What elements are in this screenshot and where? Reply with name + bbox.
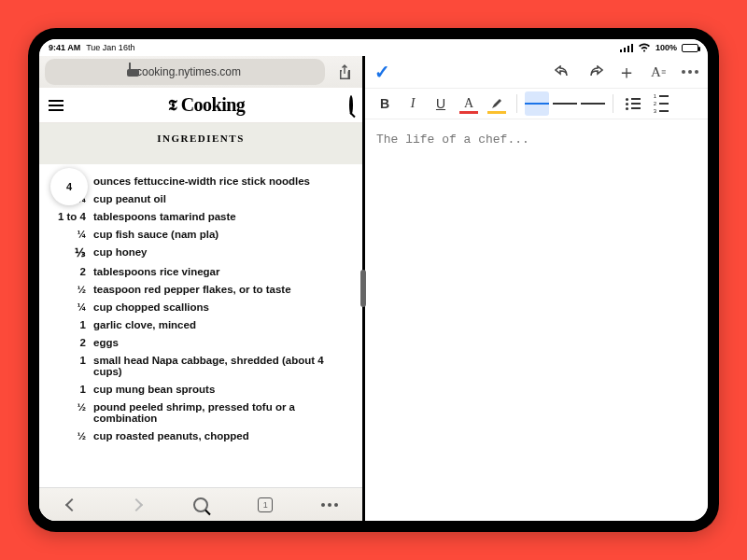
ingredient-qty: ½ (49, 401, 86, 424)
ingredient-text: ounces fettuccine-width rice stick noodl… (93, 175, 353, 187)
ingredient-row[interactable]: 1small head Napa cabbage, shredded (abou… (49, 351, 353, 380)
ingredient-qty: 1 (49, 384, 86, 395)
align-left-button[interactable] (525, 91, 549, 116)
svg-rect-0 (620, 49, 622, 52)
back-button[interactable] (59, 492, 85, 518)
ipad-screen: 9:41 AM Tue Jan 16th 100% (39, 39, 708, 521)
ingredient-text: teaspoon red pepper flakes, or to taste (93, 284, 353, 295)
ingredient-qty: 2 (49, 337, 86, 348)
lock-icon (129, 65, 131, 78)
underline-button[interactable]: U (429, 91, 453, 116)
ingredient-text: cup roasted peanuts, chopped (93, 430, 353, 441)
ingredient-text: cup chopped scallions (93, 301, 353, 313)
bullet-list-button[interactable] (621, 91, 645, 116)
site-search-button[interactable] (349, 97, 353, 114)
editor-document-body[interactable]: The life of a chef... (365, 119, 708, 521)
numbered-list-button[interactable]: 123 (649, 91, 673, 116)
ingredient-text: pound peeled shrimp, pressed tofu or a c… (93, 401, 353, 424)
ingredient-qty: ½ (49, 284, 86, 295)
highlight-color-button[interactable] (485, 91, 509, 116)
signal-icon (620, 44, 633, 52)
wifi-icon (638, 43, 651, 52)
bottom-search-button[interactable] (188, 492, 214, 518)
ingredient-text: cup fish sauce (nam pla) (93, 229, 353, 240)
ingredient-qty: 1 (49, 355, 86, 377)
ingredient-text: cup mung bean sprouts (93, 384, 353, 395)
ingredient-row[interactable]: ¼cup fish sauce (nam pla) (49, 225, 353, 243)
nyt-t-icon: 𝕿 (168, 97, 177, 114)
done-checkmark[interactable]: ✓ (374, 61, 390, 83)
scroll-fade (39, 469, 362, 487)
toolbar-separator (516, 94, 517, 113)
ingredient-qty: ¼ (49, 229, 86, 240)
ingredient-text: tablespoons tamarind paste (93, 211, 353, 222)
split-view-divider[interactable] (362, 56, 365, 521)
hamburger-menu[interactable] (49, 100, 63, 111)
safari-url-bar[interactable]: cooking.nytimes.com (45, 59, 325, 85)
text-style-button[interactable]: A≡ (650, 63, 667, 80)
ingredient-qty: 1 to 4 (49, 211, 86, 222)
ingredient-text: cup honey (93, 246, 353, 259)
italic-button[interactable]: I (401, 91, 425, 116)
ingredient-text: eggs (93, 337, 353, 348)
ingredient-row[interactable]: 1garlic clove, minced (49, 315, 353, 333)
undo-button[interactable] (555, 63, 571, 80)
ingredients-heading: INGREDIENTS (39, 123, 362, 164)
toolbar-separator (613, 94, 613, 113)
ingredient-row[interactable]: ⅓cup honey (49, 243, 353, 262)
align-right-button[interactable] (581, 91, 605, 116)
ingredient-row[interactable]: 4ounces fettuccine-width rice stick nood… (49, 172, 353, 189)
text-color-button[interactable]: A (457, 91, 481, 116)
safari-bottom-toolbar: 1 (39, 487, 362, 521)
status-date: Tue Jan 16th (86, 43, 134, 52)
search-icon (349, 95, 353, 115)
ingredient-row[interactable]: ½pound peeled shrimp, pressed tofu or a … (49, 398, 353, 427)
ingredient-text: small head Napa cabbage, shredded (about… (93, 355, 353, 377)
ingredient-row[interactable]: 1cup mung bean sprouts (49, 380, 353, 398)
editor-toolbar: B I U A (365, 88, 708, 119)
ingredient-row[interactable]: 2eggs (49, 333, 353, 351)
cooking-wordmark: Cooking (181, 94, 246, 116)
redo-button[interactable] (586, 63, 603, 80)
ingredient-qty: 2 (49, 266, 86, 277)
ingredient-row[interactable]: ½cup roasted peanuts, chopped (49, 427, 353, 444)
forward-button[interactable] (123, 492, 149, 518)
safari-url-row: cooking.nytimes.com (39, 56, 362, 88)
nyt-cooking-logo[interactable]: 𝕿 Cooking (168, 94, 246, 116)
overflow-button[interactable] (682, 63, 698, 80)
ingredients-list[interactable]: 4 4ounces fettuccine-width rice stick no… (39, 164, 362, 487)
ingredient-row[interactable]: ¼cup peanut oil (49, 189, 353, 207)
ios-status-bar: 9:41 AM Tue Jan 16th 100% (39, 39, 708, 56)
svg-rect-2 (627, 46, 629, 52)
svg-rect-3 (631, 44, 633, 52)
align-center-button[interactable] (553, 91, 577, 116)
status-time: 9:41 AM (49, 43, 80, 52)
ingredient-text: cup peanut oil (93, 193, 353, 204)
more-icon (682, 70, 698, 74)
ingredient-text: garlic clove, minced (93, 319, 353, 330)
ingredient-row[interactable]: 2tablespoons rice vinegar (49, 262, 353, 280)
add-button[interactable]: ＋ (618, 63, 635, 80)
tabs-button[interactable]: 1 (252, 492, 278, 518)
share-button[interactable] (332, 60, 357, 84)
ingredient-qty: 1 (49, 319, 86, 330)
search-icon (193, 497, 208, 512)
ingredient-qty: ⅓ (49, 246, 86, 259)
ingredient-qty: ¼ (49, 301, 86, 313)
ipad-frame: 9:41 AM Tue Jan 16th 100% (28, 28, 719, 532)
svg-rect-1 (624, 48, 626, 52)
ingredient-text: tablespoons rice vinegar (93, 266, 353, 277)
ingredient-row[interactable]: ½teaspoon red pepper flakes, or to taste (49, 280, 353, 298)
ingredient-row[interactable]: 1 to 4tablespoons tamarind paste (49, 207, 353, 225)
bold-button[interactable]: B (373, 91, 397, 116)
safari-pane: cooking.nytimes.com 𝕿 Cooking INGREDIENT… (39, 56, 362, 521)
tabs-icon: 1 (258, 497, 273, 512)
editor-pane: ✓ ＋ A≡ B I (365, 56, 708, 521)
more-button[interactable] (317, 492, 343, 518)
drag-highlight-bubble[interactable]: 4 (50, 168, 88, 205)
battery-icon (682, 44, 698, 52)
ingredient-row[interactable]: ¼cup chopped scallions (49, 298, 353, 315)
more-icon (321, 503, 338, 507)
battery-pct: 100% (655, 43, 677, 52)
url-text: cooking.nytimes.com (136, 65, 241, 78)
